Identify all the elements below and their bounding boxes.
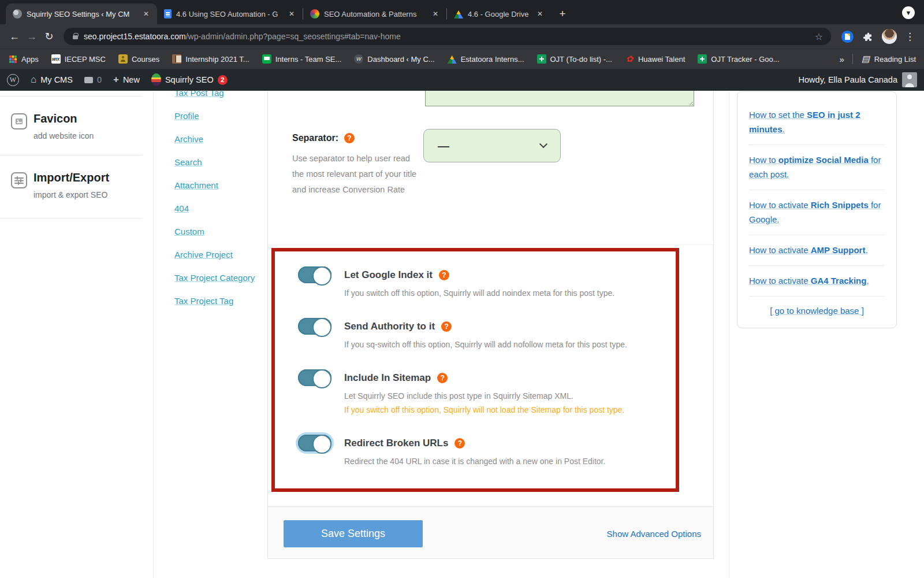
setting-row-send-authority: Send Authority to it? If you sq-switch o… [298,318,676,349]
divider [0,96,142,97]
link-text: How to set the [749,110,807,120]
user-avatar[interactable] [902,72,917,87]
close-tab-icon[interactable]: ✕ [286,9,297,19]
squirrly-label: Squirrly SEO [165,75,214,84]
bookmark-dashboard[interactable]: Dashboard ‹ My C... [354,54,434,64]
nav-item-custom[interactable]: Custom [174,227,255,236]
nav-item-attachment[interactable]: Attachment [174,180,255,190]
plus-icon: + [113,74,119,86]
mindmap-favicon [310,9,319,18]
bookmark-estatoora-interns[interactable]: Estatoora Interns... [448,55,524,64]
title-format-textarea[interactable] [425,91,694,106]
forward-icon[interactable]: → [23,28,40,45]
tab-title: 4.6 Using SEO Automation - G [176,10,282,18]
site-menu[interactable]: ⌂My CMS [31,74,73,86]
address-bar[interactable]: seo.project15.estatoora.com /wp-admin/ad… [64,28,831,45]
bookmark-ojt-tracker[interactable]: OJT Tracker - Goo... [698,54,779,64]
tab-squirrly-seo-settings[interactable]: Squirrly SEO Settings ‹ My CM ✕ [6,3,157,24]
link-text-bold: optimize Social Media [778,155,869,165]
bookmark-interns-team[interactable]: Interns - Team SE... [262,54,342,64]
nav-item-tax-project-tag[interactable]: Tax Project Tag [174,296,255,305]
new-content-menu[interactable]: +New [113,74,140,86]
squirrly-logo-icon [151,73,161,86]
howdy-account-menu[interactable]: Howdy, Ella Paula Canada [799,75,897,84]
toggle-description: Redirect the 404 URL in case it is chang… [344,457,605,466]
bookmark-star-icon[interactable]: ☆ [815,31,823,42]
close-tab-icon[interactable]: ✕ [535,9,545,19]
comments-menu[interactable]: 0 [84,75,102,84]
bookmark-label: Huawei Talent [638,55,685,64]
card-subtitle: add website icon [33,131,94,140]
tab-google-drive[interactable]: 4.6 - Google Drive ✕ [447,3,551,24]
nav-item-profile[interactable]: Profile [174,111,255,120]
help-link-ga4-tracking[interactable]: How to activate GA4 Tracking. [749,266,885,297]
bookmark-label: Internship 2021 T... [185,55,249,64]
help-link-seo-2-minutes[interactable]: How to set the SEO in just 2 minutes. [749,100,885,145]
include-sitemap-toggle[interactable] [298,369,331,386]
nav-item-search[interactable]: Search [174,157,255,166]
browser-menu-icon[interactable]: ⋮ [905,31,915,43]
nav-item-archive-project[interactable]: Archive Project [174,250,255,259]
help-link-amp-support[interactable]: How to activate AMP Support. [749,235,885,266]
go-to-knowledge-base-link[interactable]: [ go to knowledge base ] [749,297,885,325]
toggle-label: Let Google Index it [344,269,433,281]
link-text: How to activate [749,276,811,286]
help-question-icon[interactable]: ? [437,373,448,383]
send-authority-toggle[interactable] [298,318,331,335]
bookmark-label: Estatoora Interns... [461,55,524,64]
tab-search-button[interactable]: ▼ [902,6,915,19]
reading-list-button[interactable]: ▤Reading List [861,54,916,64]
tab-seo-automation-patterns[interactable]: SEO Automation & Patterns ✕ [303,3,446,24]
close-tab-icon[interactable]: ✕ [430,9,441,19]
bookmark-courses[interactable]: Courses [118,54,159,64]
show-advanced-options-link[interactable]: Show Advanced Options [607,529,701,539]
padlock-icon[interactable] [73,35,78,39]
tab-seo-automation-doc[interactable]: 4.6 Using SEO Automation - G ✕ [157,3,303,24]
nav-item-404[interactable]: 404 [174,203,255,213]
link-text: How to [749,155,778,165]
bookmark-huawei-talent[interactable]: Huawei Talent [625,54,685,64]
save-settings-button[interactable]: Save Settings [284,520,423,547]
tab-title: 4.6 - Google Drive [468,10,530,18]
squirrly-seo-menu[interactable]: Squirrly SEO2 [151,73,228,86]
google-index-toggle[interactable] [298,266,331,283]
sheets-icon [698,54,707,64]
extensions-puzzle-icon[interactable] [863,32,873,42]
profile-avatar[interactable] [882,29,897,44]
google-docs-icon [164,9,172,18]
help-link-social-media[interactable]: How to optimize Social Media for each po… [749,145,885,190]
link-text-bold: AMP Support [811,245,866,255]
back-icon[interactable]: ← [6,28,23,45]
new-tab-button[interactable]: + [554,6,571,22]
toggle-description: If you sq-switch off this option, Squirr… [344,340,627,349]
reload-icon[interactable]: ↻ [40,28,58,45]
nav-item-archive[interactable]: Archive [174,134,255,143]
setting-row-google-index: Let Google Index it? If you switch off t… [298,266,676,298]
bookmark-iecep-msc[interactable]: IECEP MSC [51,54,106,64]
keep-extension-icon[interactable] [841,31,854,43]
separator-select[interactable]: — [423,129,561,162]
separator-label: Separator: [292,133,338,143]
help-link-rich-snippets[interactable]: How to activate Rich Snippets for Google… [749,190,885,235]
wix-icon [51,54,61,64]
bookmark-label: OJT (To-do list) -... [550,55,612,64]
redirect-broken-urls-toggle[interactable] [298,435,331,451]
help-question-icon[interactable]: ? [439,270,449,280]
help-question-icon[interactable]: ? [454,438,465,449]
help-question-icon[interactable]: ? [441,321,452,332]
image-icon [10,113,28,132]
toggle-warning: If you switch off this option, Squirrly … [344,405,624,414]
help-question-icon[interactable]: ? [344,133,355,143]
bookmark-apps[interactable]: Apps [8,54,39,64]
nav-item-tax-project-category[interactable]: Tax Project Category [174,273,255,282]
nav-item-tax-post-tag[interactable]: Tax Post Tag [174,91,255,97]
bookmarks-overflow-icon[interactable]: » [839,54,844,64]
wp-logo-menu[interactable]: W [7,74,19,86]
bookmark-ojt-todo[interactable]: OJT (To-do list) -... [537,54,612,64]
home-icon: ⌂ [31,74,36,86]
close-tab-icon[interactable]: ✕ [141,9,151,19]
separator-row: Separator: ? [292,133,355,143]
bookmark-internship[interactable]: Internship 2021 T... [172,54,249,64]
comment-bubble-icon [84,77,93,83]
divider [0,218,142,218]
